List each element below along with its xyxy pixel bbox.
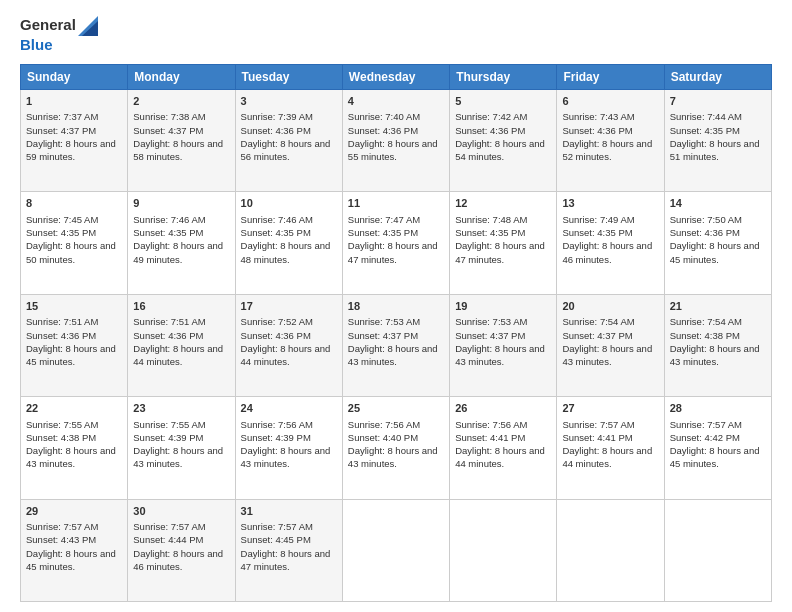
sunrise-text: Sunrise: 7:57 AM xyxy=(26,521,98,532)
calendar-cell: 19 Sunrise: 7:53 AM Sunset: 4:37 PM Dayl… xyxy=(450,294,557,396)
sunrise-text: Sunrise: 7:46 AM xyxy=(241,214,313,225)
sunrise-text: Sunrise: 7:53 AM xyxy=(348,316,420,327)
daylight-text: Daylight: 8 hours and 56 minutes. xyxy=(241,138,331,162)
sunset-text: Sunset: 4:40 PM xyxy=(348,432,418,443)
sunset-text: Sunset: 4:37 PM xyxy=(26,125,96,136)
page: General Blue SundayMondayTuesdayWednesda… xyxy=(0,0,792,612)
sunrise-text: Sunrise: 7:54 AM xyxy=(670,316,742,327)
header: General Blue xyxy=(20,16,772,54)
sunset-text: Sunset: 4:36 PM xyxy=(455,125,525,136)
daylight-text: Daylight: 8 hours and 54 minutes. xyxy=(455,138,545,162)
calendar-cell: 15 Sunrise: 7:51 AM Sunset: 4:36 PM Dayl… xyxy=(21,294,128,396)
day-number: 19 xyxy=(455,299,551,314)
sunset-text: Sunset: 4:43 PM xyxy=(26,534,96,545)
calendar-cell xyxy=(557,499,664,601)
sunset-text: Sunset: 4:35 PM xyxy=(455,227,525,238)
daylight-text: Daylight: 8 hours and 47 minutes. xyxy=(241,548,331,572)
daylight-text: Daylight: 8 hours and 44 minutes. xyxy=(241,343,331,367)
day-number: 26 xyxy=(455,401,551,416)
sunrise-text: Sunrise: 7:56 AM xyxy=(241,419,313,430)
calendar-cell xyxy=(664,499,771,601)
day-number: 20 xyxy=(562,299,658,314)
day-number: 5 xyxy=(455,94,551,109)
daylight-text: Daylight: 8 hours and 43 minutes. xyxy=(348,445,438,469)
sunrise-text: Sunrise: 7:57 AM xyxy=(562,419,634,430)
calendar-cell: 17 Sunrise: 7:52 AM Sunset: 4:36 PM Dayl… xyxy=(235,294,342,396)
daylight-text: Daylight: 8 hours and 45 minutes. xyxy=(670,240,760,264)
sunrise-text: Sunrise: 7:37 AM xyxy=(26,111,98,122)
sunrise-text: Sunrise: 7:48 AM xyxy=(455,214,527,225)
sunrise-text: Sunrise: 7:56 AM xyxy=(455,419,527,430)
calendar-day-header-tuesday: Tuesday xyxy=(235,65,342,90)
calendar-cell: 11 Sunrise: 7:47 AM Sunset: 4:35 PM Dayl… xyxy=(342,192,449,294)
sunset-text: Sunset: 4:36 PM xyxy=(348,125,418,136)
day-number: 27 xyxy=(562,401,658,416)
day-number: 25 xyxy=(348,401,444,416)
sunset-text: Sunset: 4:36 PM xyxy=(241,330,311,341)
daylight-text: Daylight: 8 hours and 51 minutes. xyxy=(670,138,760,162)
calendar-cell: 13 Sunrise: 7:49 AM Sunset: 4:35 PM Dayl… xyxy=(557,192,664,294)
day-number: 24 xyxy=(241,401,337,416)
daylight-text: Daylight: 8 hours and 47 minutes. xyxy=(348,240,438,264)
calendar-cell: 31 Sunrise: 7:57 AM Sunset: 4:45 PM Dayl… xyxy=(235,499,342,601)
daylight-text: Daylight: 8 hours and 44 minutes. xyxy=(455,445,545,469)
day-number: 13 xyxy=(562,196,658,211)
daylight-text: Daylight: 8 hours and 52 minutes. xyxy=(562,138,652,162)
day-number: 17 xyxy=(241,299,337,314)
calendar-day-header-saturday: Saturday xyxy=(664,65,771,90)
day-number: 4 xyxy=(348,94,444,109)
calendar-header-row: SundayMondayTuesdayWednesdayThursdayFrid… xyxy=(21,65,772,90)
calendar-cell: 12 Sunrise: 7:48 AM Sunset: 4:35 PM Dayl… xyxy=(450,192,557,294)
day-number: 21 xyxy=(670,299,766,314)
sunrise-text: Sunrise: 7:47 AM xyxy=(348,214,420,225)
sunset-text: Sunset: 4:37 PM xyxy=(348,330,418,341)
day-number: 3 xyxy=(241,94,337,109)
sunrise-text: Sunrise: 7:54 AM xyxy=(562,316,634,327)
sunset-text: Sunset: 4:39 PM xyxy=(241,432,311,443)
sunrise-text: Sunrise: 7:56 AM xyxy=(348,419,420,430)
calendar-cell xyxy=(342,499,449,601)
sunrise-text: Sunrise: 7:52 AM xyxy=(241,316,313,327)
daylight-text: Daylight: 8 hours and 45 minutes. xyxy=(26,548,116,572)
day-number: 8 xyxy=(26,196,122,211)
calendar-cell: 7 Sunrise: 7:44 AM Sunset: 4:35 PM Dayli… xyxy=(664,90,771,192)
sunset-text: Sunset: 4:35 PM xyxy=(241,227,311,238)
sunrise-text: Sunrise: 7:49 AM xyxy=(562,214,634,225)
sunset-text: Sunset: 4:35 PM xyxy=(348,227,418,238)
calendar-cell: 24 Sunrise: 7:56 AM Sunset: 4:39 PM Dayl… xyxy=(235,397,342,499)
daylight-text: Daylight: 8 hours and 44 minutes. xyxy=(562,445,652,469)
sunrise-text: Sunrise: 7:45 AM xyxy=(26,214,98,225)
sunrise-text: Sunrise: 7:44 AM xyxy=(670,111,742,122)
sunrise-text: Sunrise: 7:42 AM xyxy=(455,111,527,122)
daylight-text: Daylight: 8 hours and 59 minutes. xyxy=(26,138,116,162)
sunset-text: Sunset: 4:41 PM xyxy=(562,432,632,443)
calendar-cell: 21 Sunrise: 7:54 AM Sunset: 4:38 PM Dayl… xyxy=(664,294,771,396)
sunset-text: Sunset: 4:37 PM xyxy=(562,330,632,341)
calendar-cell: 14 Sunrise: 7:50 AM Sunset: 4:36 PM Dayl… xyxy=(664,192,771,294)
daylight-text: Daylight: 8 hours and 46 minutes. xyxy=(562,240,652,264)
daylight-text: Daylight: 8 hours and 48 minutes. xyxy=(241,240,331,264)
daylight-text: Daylight: 8 hours and 45 minutes. xyxy=(670,445,760,469)
day-number: 12 xyxy=(455,196,551,211)
day-number: 15 xyxy=(26,299,122,314)
calendar-day-header-monday: Monday xyxy=(128,65,235,90)
calendar-cell: 18 Sunrise: 7:53 AM Sunset: 4:37 PM Dayl… xyxy=(342,294,449,396)
sunrise-text: Sunrise: 7:51 AM xyxy=(133,316,205,327)
sunrise-text: Sunrise: 7:53 AM xyxy=(455,316,527,327)
calendar-cell: 27 Sunrise: 7:57 AM Sunset: 4:41 PM Dayl… xyxy=(557,397,664,499)
sunset-text: Sunset: 4:36 PM xyxy=(562,125,632,136)
calendar-cell: 16 Sunrise: 7:51 AM Sunset: 4:36 PM Dayl… xyxy=(128,294,235,396)
daylight-text: Daylight: 8 hours and 43 minutes. xyxy=(670,343,760,367)
calendar-cell: 9 Sunrise: 7:46 AM Sunset: 4:35 PM Dayli… xyxy=(128,192,235,294)
sunset-text: Sunset: 4:38 PM xyxy=(26,432,96,443)
daylight-text: Daylight: 8 hours and 58 minutes. xyxy=(133,138,223,162)
sunrise-text: Sunrise: 7:51 AM xyxy=(26,316,98,327)
calendar-cell xyxy=(450,499,557,601)
sunset-text: Sunset: 4:37 PM xyxy=(455,330,525,341)
sunset-text: Sunset: 4:35 PM xyxy=(133,227,203,238)
daylight-text: Daylight: 8 hours and 43 minutes. xyxy=(241,445,331,469)
calendar-cell: 2 Sunrise: 7:38 AM Sunset: 4:37 PM Dayli… xyxy=(128,90,235,192)
calendar-cell: 30 Sunrise: 7:57 AM Sunset: 4:44 PM Dayl… xyxy=(128,499,235,601)
day-number: 28 xyxy=(670,401,766,416)
sunrise-text: Sunrise: 7:39 AM xyxy=(241,111,313,122)
